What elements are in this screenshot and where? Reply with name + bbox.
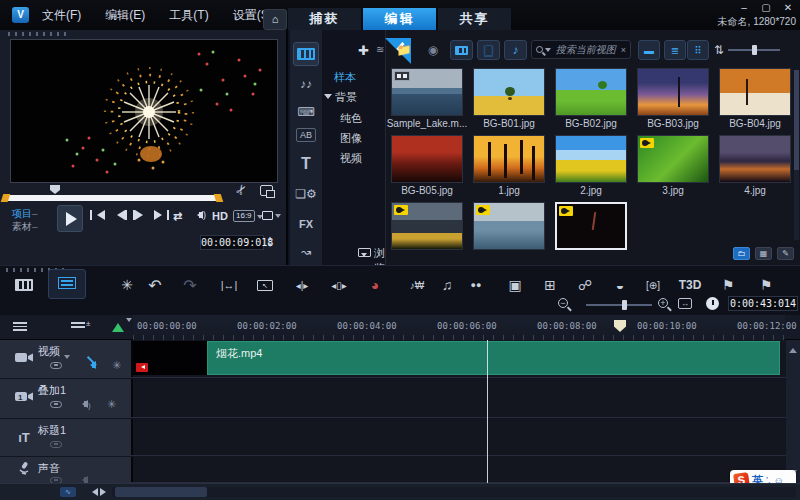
zoom-in-icon[interactable]: +: [658, 298, 668, 308]
show-videos-filter[interactable]: [450, 40, 473, 60]
project-duration-icon[interactable]: [706, 297, 719, 310]
title-gallery-icon[interactable]: T: [293, 152, 319, 176]
mode-clip[interactable]: 素材: [12, 221, 32, 232]
3d-title-editor-icon[interactable]: T3D: [678, 274, 702, 296]
tab-capture[interactable]: 捕获: [288, 8, 361, 30]
record-capture-icon[interactable]: ↖: [253, 274, 277, 296]
hscroll-thumb[interactable]: [115, 487, 207, 497]
library-item[interactable]: BG-B02.jpg: [550, 68, 632, 129]
playhead-flag[interactable]: [614, 320, 626, 332]
undo-icon[interactable]: ↶: [143, 274, 167, 296]
import-folder-icon[interactable]: 📁: [394, 40, 414, 60]
library-item[interactable]: [468, 202, 550, 252]
volume-icon[interactable]: ): [193, 210, 206, 220]
slider-knob[interactable]: [752, 45, 757, 55]
loop-icon[interactable]: ⇄: [173, 210, 182, 223]
timecode-spinner[interactable]: ▲▼: [267, 235, 273, 249]
sort-icon[interactable]: ⇅: [712, 40, 726, 60]
redo-icon[interactable]: ↷: [178, 274, 202, 296]
trim-bar[interactable]: [8, 195, 216, 201]
zoom-knob[interactable]: [622, 300, 627, 310]
scroll-up-icon[interactable]: [789, 344, 797, 353]
next-frame-button[interactable]: [133, 210, 148, 220]
search-clear-icon[interactable]: ×: [621, 45, 626, 55]
transition-gallery-icon[interactable]: AB: [296, 128, 316, 142]
library-item[interactable]: BG-B04.jpg: [714, 68, 796, 129]
track-video-content[interactable]: 烟花.mp4: [133, 340, 785, 377]
show-photos-filter[interactable]: 🀆: [477, 40, 500, 60]
preview-timecode[interactable]: 00:00:09:018: [200, 235, 264, 250]
timeline-view-button[interactable]: [48, 269, 86, 299]
hd-toggle[interactable]: HD: [212, 210, 228, 222]
ripple-edit-track-icon[interactable]: ✳: [107, 398, 116, 411]
tools-icon[interactable]: ✳: [115, 274, 139, 296]
tab-share[interactable]: 共享: [438, 8, 511, 30]
track-header-title[interactable]: ıT 标题1: [0, 419, 133, 455]
media-gallery-icon[interactable]: [293, 42, 319, 66]
close-icon[interactable]: ✕: [782, 2, 794, 13]
project-duration-timecode[interactable]: 0:00:43:014: [728, 296, 798, 311]
library-item[interactable]: 3.jpg: [632, 135, 714, 196]
instant-project-icon[interactable]: ⌨: [293, 100, 319, 124]
home-button[interactable]: ⌂: [263, 9, 287, 30]
filter-gallery-icon[interactable]: FX: [293, 212, 319, 236]
tab-edit[interactable]: 编辑: [363, 8, 436, 30]
playhead-line[interactable]: [487, 340, 488, 483]
timeline-ruler[interactable]: 00:00:00:00 00:00:02:00 00:00:04:00 00:0…: [133, 315, 785, 340]
scroll-mode-icon[interactable]: ∿: [60, 487, 76, 497]
track-overlay-content[interactable]: [133, 379, 785, 417]
menu-file[interactable]: 文件(F): [42, 7, 81, 24]
batch-convert-icon[interactable]: ◂▯▸: [327, 274, 351, 296]
detail-view-button[interactable]: ≣: [664, 40, 686, 60]
tree-item-sample[interactable]: 样本: [334, 70, 356, 85]
thumbnail-view-button[interactable]: ⠿: [687, 40, 709, 60]
audio-gallery-icon[interactable]: ♪♪: [293, 72, 319, 96]
auto-music-icon[interactable]: ♫: [435, 274, 459, 296]
track-header-video[interactable]: 视频 ✳: [0, 340, 133, 377]
painting-creator-icon[interactable]: ⚑: [716, 274, 740, 296]
edit-panel-icon[interactable]: ✎: [777, 247, 794, 260]
timeline-vertical-scrollbar[interactable]: [786, 340, 800, 483]
library-item[interactable]: BG-B05.jpg: [386, 135, 468, 196]
disc-icon[interactable]: ◉: [424, 40, 442, 60]
add-folder-icon[interactable]: ✚: [358, 43, 369, 58]
mode-project[interactable]: 项目: [12, 208, 32, 219]
split-screen-template-icon[interactable]: ⊞: [538, 274, 562, 296]
sound-mixer-icon[interactable]: ♪₩: [405, 274, 429, 296]
scrubber-handle[interactable]: [50, 185, 60, 194]
track-audio-icon[interactable]: ): [78, 398, 91, 411]
track-voice-content[interactable]: [133, 457, 785, 482]
search-input[interactable]: 搜索当前视图 ×: [531, 40, 631, 59]
scroll-left-icon[interactable]: [88, 488, 98, 496]
show-audio-filter[interactable]: ♪: [504, 40, 527, 60]
hscroll-track[interactable]: [112, 487, 796, 497]
link-clips-icon[interactable]: [50, 398, 62, 411]
clip-black[interactable]: [133, 341, 207, 375]
library-item[interactable]: Sample_Lake.m...: [386, 68, 468, 129]
motion-path-icon[interactable]: ↝: [293, 240, 319, 264]
library-item[interactable]: 2.jpg: [550, 135, 632, 196]
fit-project-icon[interactable]: ↔: [678, 298, 692, 309]
play-button[interactable]: [57, 205, 83, 232]
subtitle-editor-icon[interactable]: ▣: [503, 274, 527, 296]
ripple-edit-track-icon[interactable]: ✳: [112, 359, 121, 372]
capture-frame-button[interactable]: [262, 210, 281, 221]
track-title-content[interactable]: [133, 419, 785, 455]
prev-frame-button[interactable]: [112, 210, 127, 220]
thumbnail-size-slider[interactable]: [728, 49, 780, 51]
split-clip-icon[interactable]: ◂|▸: [290, 274, 314, 296]
screen-recorder-icon[interactable]: ⚑: [754, 274, 778, 296]
color-grading-icon[interactable]: ◕: [363, 274, 387, 296]
chapter-marker-menu-icon[interactable]: [112, 321, 132, 340]
360-video-icon[interactable]: [⊕]: [641, 274, 665, 296]
link-clips-icon[interactable]: [50, 359, 70, 372]
list-view-button[interactable]: ▬: [638, 40, 660, 60]
motion-blur-icon[interactable]: ●●: [464, 274, 488, 296]
library-item[interactable]: BG-B01.jpg: [468, 68, 550, 129]
library-item[interactable]: [386, 202, 468, 252]
motion-tracking-icon[interactable]: ☍: [573, 274, 597, 296]
tree-item-solid[interactable]: 纯色: [340, 111, 362, 126]
panel-drag-handle[interactable]: [8, 32, 68, 36]
library-item[interactable]: BG-B03.jpg: [632, 68, 714, 129]
timeline-zoom-slider[interactable]: [586, 304, 652, 306]
